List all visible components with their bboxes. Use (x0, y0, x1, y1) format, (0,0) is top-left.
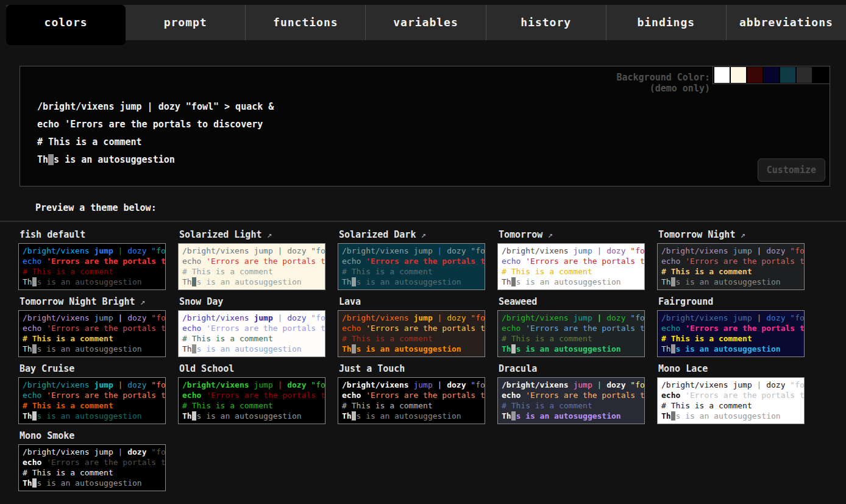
bg-swatch-0[interactable] (714, 67, 730, 83)
theme-grid: fish default/bright/vixens jump | dozy "… (18, 223, 846, 491)
tab-colors[interactable]: colors (6, 5, 126, 45)
theme-card-dracula[interactable]: /bright/vixens jump | dozy "fowl" > quac… (497, 377, 645, 424)
theme-title-tomorrow-night[interactable]: Tomorrow Night ↗ (658, 229, 817, 240)
theme-name: Seaweed (499, 296, 537, 307)
theme-preview-line: /bright/vixens jump | dozy "fowl" > quac… (342, 380, 481, 390)
tab-prompt[interactable]: prompt (126, 5, 246, 40)
theme-title-old-school: Old School (179, 363, 338, 374)
theme-card-seaweed[interactable]: /bright/vixens jump | dozy "fowl" > quac… (497, 310, 645, 357)
theme-card-just-a-touch[interactable]: /bright/vixens jump | dozy "fowl" > quac… (338, 377, 485, 424)
theme-title-tomorrow-night-bright[interactable]: Tomorrow Night Bright ↗ (20, 296, 178, 307)
theme-title-tomorrow[interactable]: Tomorrow ↗ (499, 229, 657, 240)
theme-preview-line: echo 'Errors are the portals to discover… (23, 256, 162, 266)
theme-cell-mono-smoke: Mono Smoke/bright/vixens jump | dozy "fo… (18, 429, 178, 491)
background-color-label-line1: Background Color: (616, 72, 710, 83)
theme-name: Solarized Dark (339, 229, 416, 240)
theme-cell-fairground: Fairground/bright/vixens jump | dozy "fo… (657, 295, 817, 357)
theme-card-lava[interactable]: /bright/vixens jump | dozy "fowl" > quac… (338, 310, 485, 357)
background-color-label-line2: (demo only) (616, 83, 710, 94)
bg-swatch-2[interactable] (747, 67, 762, 83)
theme-name: Mono Lace (658, 363, 708, 374)
tab-bindings[interactable]: bindings (606, 5, 727, 40)
theme-cell-seaweed: Seaweed/bright/vixens jump | dozy "fowl"… (497, 295, 657, 357)
bg-swatch-3[interactable] (764, 67, 779, 83)
tab-functions[interactable]: functions (246, 5, 366, 40)
theme-name: Tomorrow Night Bright (20, 296, 135, 307)
theme-card-tomorrow-night[interactable]: /bright/vixens jump | dozy "fowl" > quac… (657, 243, 805, 290)
theme-title-just-a-touch: Just a Touch (339, 363, 497, 374)
theme-title-seaweed: Seaweed (499, 296, 657, 307)
customize-button[interactable]: Customize (758, 158, 825, 182)
theme-name: Fairground (658, 296, 713, 307)
theme-cell-solarized-dark: Solarized Dark ↗/bright/vixens jump | do… (338, 228, 497, 290)
theme-cell-fish-default: fish default/bright/vixens jump | dozy "… (18, 228, 178, 290)
theme-name: Mono Smoke (20, 430, 74, 441)
theme-preview-line: /bright/vixens jump | dozy "fowl" > quac… (661, 246, 800, 256)
theme-card-tomorrow[interactable]: /bright/vixens jump | dozy "fowl" > quac… (497, 243, 645, 290)
theme-preview-line: This is an autosuggestion (502, 411, 641, 421)
theme-card-bay-cruise[interactable]: /bright/vixens jump | dozy "fowl" > quac… (18, 377, 166, 424)
theme-name: Just a Touch (339, 363, 405, 374)
theme-preview-line: /bright/vixens jump | dozy "fowl" > quac… (182, 246, 321, 256)
theme-cell-solarized-light: Solarized Light ↗/bright/vixens jump | d… (178, 228, 338, 290)
theme-card-mono-lace[interactable]: /bright/vixens jump | dozy "fowl" > quac… (657, 377, 805, 424)
tab-history[interactable]: history (486, 5, 606, 40)
theme-name: Lava (339, 296, 361, 307)
bg-swatch-4[interactable] (780, 67, 795, 83)
theme-card-tomorrow-night-bright[interactable]: /bright/vixens jump | dozy "fowl" > quac… (18, 310, 166, 357)
theme-preview-line: /bright/vixens jump | dozy "fowl" > quac… (342, 313, 481, 323)
external-link-icon[interactable]: ↗ (416, 230, 426, 240)
theme-name: Tomorrow Night (658, 229, 735, 240)
bg-swatch-6[interactable] (813, 67, 828, 83)
theme-card-mono-smoke[interactable]: /bright/vixens jump | dozy "fowl" > quac… (18, 444, 166, 491)
external-link-icon[interactable]: ↗ (261, 230, 272, 240)
theme-card-fairground[interactable]: /bright/vixens jump | dozy "fowl" > quac… (657, 310, 805, 357)
theme-preview-line: /bright/vixens jump | dozy "fowl" > quac… (23, 246, 162, 256)
theme-preview-line: # This is a comment (182, 400, 321, 411)
theme-preview-line: This is an autosuggestion (23, 478, 162, 488)
theme-preview-line: This is an autosuggestion (23, 344, 162, 354)
theme-title-fairground: Fairground (658, 296, 817, 307)
tab-variables[interactable]: variables (366, 5, 486, 40)
theme-preview-line: /bright/vixens jump | dozy "fowl" > quac… (23, 380, 162, 390)
theme-preview-line: echo 'Errors are the portals to discover… (661, 323, 800, 333)
theme-preview-line: echo 'Errors are the portals to discover… (502, 390, 641, 400)
theme-preview-line: This is an autosuggestion (182, 411, 321, 421)
theme-preview-line: # This is a comment (182, 266, 321, 277)
theme-name: Bay Cruise (20, 363, 74, 374)
theme-preview-line: # This is a comment (342, 333, 481, 344)
bg-swatch-5[interactable] (797, 67, 812, 83)
theme-title-lava: Lava (339, 296, 497, 307)
theme-preview-line: This is an autosuggestion (502, 344, 641, 354)
theme-preview-line: # This is a comment (23, 266, 162, 277)
theme-preview-line: This is an autosuggestion (661, 411, 800, 421)
theme-preview-line: This is an autosuggestion (182, 344, 321, 354)
theme-preview-line: # This is a comment (661, 400, 800, 411)
theme-title-mono-lace: Mono Lace (658, 363, 817, 374)
theme-title-solarized-light[interactable]: Solarized Light ↗ (179, 229, 338, 240)
tab-bar: colorspromptfunctionsvariableshistorybin… (6, 5, 846, 40)
theme-card-solarized-dark[interactable]: /bright/vixens jump | dozy "fowl" > quac… (338, 243, 485, 290)
theme-cell-bay-cruise: Bay Cruise/bright/vixens jump | dozy "fo… (18, 362, 178, 424)
theme-preview-line: This is an autosuggestion (23, 277, 162, 287)
theme-card-old-school[interactable]: /bright/vixens jump | dozy "fowl" > quac… (178, 377, 325, 424)
theme-card-snow-day[interactable]: /bright/vixens jump | dozy "fowl" > quac… (178, 310, 325, 357)
theme-cell-snow-day: Snow Day/bright/vixens jump | dozy "fowl… (178, 295, 338, 357)
theme-preview-line: # This is a comment (661, 333, 800, 344)
external-link-icon[interactable]: ↗ (542, 230, 553, 240)
theme-name: Tomorrow (499, 229, 542, 240)
theme-preview-line: This is an autosuggestion (502, 277, 641, 287)
theme-card-fish-default[interactable]: /bright/vixens jump | dozy "fowl" > quac… (18, 243, 166, 290)
theme-card-solarized-light[interactable]: /bright/vixens jump | dozy "fowl" > quac… (178, 243, 325, 290)
theme-name: Solarized Light (179, 229, 261, 240)
theme-title-solarized-dark[interactable]: Solarized Dark ↗ (339, 229, 497, 240)
bg-swatch-1[interactable] (731, 67, 746, 83)
external-link-icon[interactable]: ↗ (735, 230, 745, 240)
terminal-preview: /bright/vixens jump | dozy "fowl" > quac… (37, 98, 274, 169)
theme-preview-line: /bright/vixens jump | dozy "fowl" > quac… (502, 246, 641, 256)
preview-line: This is an autosuggestion (37, 151, 274, 169)
tab-abbreviations[interactable]: abbreviations (727, 5, 846, 40)
theme-preview-line: # This is a comment (23, 333, 162, 344)
external-link-icon[interactable]: ↗ (135, 297, 146, 307)
theme-preview-line: echo 'Errors are the portals to discover… (661, 390, 800, 400)
